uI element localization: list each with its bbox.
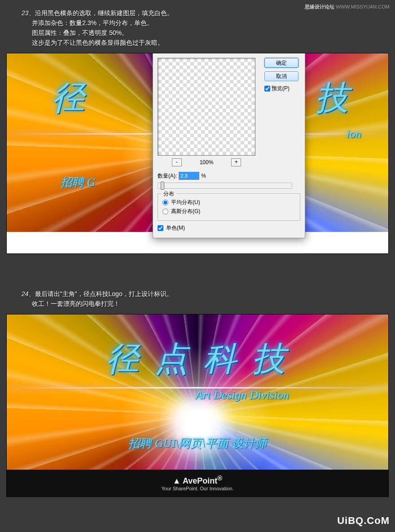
zoom-value: 100% — [200, 159, 214, 166]
distribution-fieldset: 分布 平均分布(U) 高斯分布(G) — [158, 193, 300, 221]
logo-strip: ▲ AvePoint® Your SharePoint. Our Innovat… — [7, 470, 388, 497]
step-23-text: 23、沿用黑色横条的选取，继续新建图层，填充白色。 并添加杂色：数量2.3%，平… — [22, 8, 173, 48]
banner-step-23: 径 技 ion 招聘 G - 100% + 数量(A): % 分布 — [6, 53, 389, 254]
add-noise-dialog: - 100% + 数量(A): % 分布 平均分布(U) 高斯 — [153, 53, 305, 238]
step-24-text: 24、最后请出"主角"，径点科技Logo，打上设计标识。 收工！一套漂亮的闪电拳… — [22, 289, 173, 309]
amount-label: 数量(A): — [158, 172, 177, 180]
amount-input[interactable] — [179, 172, 199, 180]
top-watermark: 思缘设计论坛 WWW.MISSYUAN.COM — [305, 4, 390, 10]
amount-unit: % — [201, 173, 206, 179]
zoom-in-button[interactable]: + — [231, 158, 241, 166]
avepoint-logo: ▲ AvePoint® — [7, 474, 388, 486]
banner-title: 径 点 科 技 — [7, 337, 388, 382]
ok-button[interactable]: 确定 — [264, 58, 298, 68]
cancel-button[interactable]: 取消 — [264, 71, 298, 81]
slider-thumb[interactable] — [161, 182, 164, 190]
banner-subtitle: Art Design Division — [7, 388, 388, 402]
monochrome-checkbox[interactable]: 单色(M) — [158, 224, 300, 232]
bottom-watermark: UiBQ.CoM — [337, 515, 390, 527]
radio-gaussian[interactable]: 高斯分布(G) — [162, 208, 295, 215]
banner-hire-text: 招聘 GUI\网页\平面 设计师 — [7, 436, 388, 451]
noise-preview — [158, 58, 255, 156]
amount-slider[interactable] — [158, 183, 292, 189]
logo-triangle-icon: ▲ — [173, 476, 181, 485]
preview-checkbox[interactable]: 预览(P) — [264, 85, 299, 92]
logo-tagline: Your SharePoint. Our Innovation. — [7, 486, 388, 491]
zoom-out-button[interactable]: - — [172, 158, 182, 166]
radio-uniform[interactable]: 平均分布(U) — [162, 199, 295, 206]
banner-final: 径 点 科 技 Art Design Division 招聘 GUI\网页\平面… — [6, 314, 389, 497]
